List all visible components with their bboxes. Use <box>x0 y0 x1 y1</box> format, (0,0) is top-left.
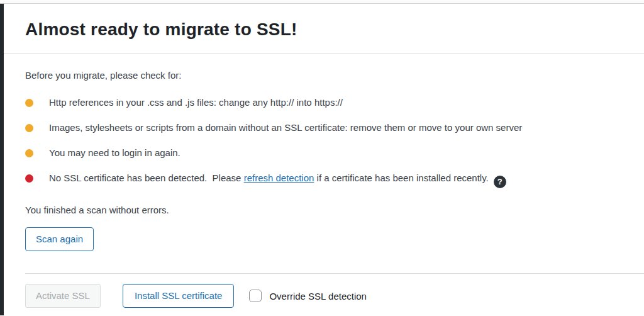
checklist-item-text: Http references in your .css and .js fil… <box>49 96 343 109</box>
text-after-link: if a certificate has been installed rece… <box>314 172 488 183</box>
pre-migration-checklist: Http references in your .css and .js fil… <box>25 96 634 188</box>
install-ssl-certificate-button[interactable]: Install SSL certificate <box>123 284 235 308</box>
scan-status-text: You finished a scan without errors. <box>25 205 634 216</box>
override-ssl-detection-toggle[interactable]: Override SSL detection <box>249 290 367 302</box>
checkbox-icon[interactable] <box>249 290 262 302</box>
panel-body: Before you migrate, please check for: Ht… <box>4 54 644 251</box>
checklist-item-text: No SSL certificate has been detected. Pl… <box>49 172 506 188</box>
override-label: Override SSL detection <box>269 291 367 302</box>
panel-footer: Activate SSL Install SSL certificate Ove… <box>4 274 644 308</box>
refresh-detection-link[interactable]: refresh detection <box>244 172 314 183</box>
checklist-item-login-again: You may need to login in again. <box>25 147 634 159</box>
scan-again-button[interactable]: Scan again <box>25 227 94 251</box>
ssl-migration-panel: Almost ready to migrate to SSL! Before y… <box>0 4 644 315</box>
help-icon[interactable]: ? <box>494 176 506 188</box>
text-before-link: No SSL certificate has been detected. Pl… <box>49 172 244 183</box>
checklist-item-mixed-content: Images, stylesheets or scripts from a do… <box>25 121 634 134</box>
warning-bullet-icon <box>25 124 33 132</box>
page-title: Almost ready to migrate to SSL! <box>25 18 619 41</box>
checklist-item-text: You may need to login in again. <box>49 147 180 159</box>
checklist-item-no-certificate: No SSL certificate has been detected. Pl… <box>25 172 634 188</box>
checklist-item-http-references: Http references in your .css and .js fil… <box>25 96 634 109</box>
warning-bullet-icon <box>25 149 33 157</box>
intro-text: Before you migrate, please check for: <box>25 70 634 81</box>
checklist-item-text: Images, stylesheets or scripts from a do… <box>49 121 522 134</box>
panel-header: Almost ready to migrate to SSL! <box>4 4 644 54</box>
activate-ssl-button[interactable]: Activate SSL <box>25 284 101 308</box>
warning-bullet-icon <box>25 99 33 107</box>
error-bullet-icon <box>25 174 33 183</box>
